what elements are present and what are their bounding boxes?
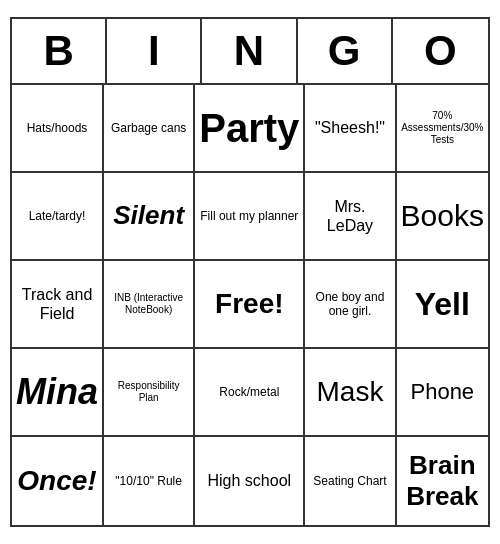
bingo-card: BINGO Hats/hoodsGarbage cansParty"Sheesh…	[10, 17, 490, 527]
cell-text-10: Track and Field	[16, 285, 98, 323]
bingo-cell-18: Mask	[305, 349, 396, 437]
bingo-cell-14: Yell	[397, 261, 488, 349]
cell-text-21: "10/10" Rule	[115, 474, 182, 488]
bingo-cell-15: Mina	[12, 349, 104, 437]
cell-text-3: "Sheesh!"	[315, 118, 385, 137]
cell-text-15: Mina	[16, 370, 98, 413]
bingo-cell-5: Late/tardy!	[12, 173, 104, 261]
cell-text-1: Garbage cans	[111, 121, 186, 135]
bingo-cell-9: Books	[397, 173, 488, 261]
bingo-grid: Hats/hoodsGarbage cansParty"Sheesh!"70% …	[12, 85, 488, 525]
bingo-cell-10: Track and Field	[12, 261, 104, 349]
bingo-cell-21: "10/10" Rule	[104, 437, 195, 525]
cell-text-17: Rock/metal	[219, 385, 279, 399]
cell-text-6: Silent	[113, 200, 184, 231]
bingo-cell-22: High school	[195, 437, 305, 525]
cell-text-11: INB (Interactive NoteBook)	[108, 292, 189, 316]
bingo-cell-2: Party	[195, 85, 305, 173]
bingo-cell-23: Seating Chart	[305, 437, 396, 525]
bingo-cell-24: Brain Break	[397, 437, 488, 525]
cell-text-2: Party	[199, 104, 299, 152]
bingo-cell-19: Phone	[397, 349, 488, 437]
cell-text-16: Responsibility Plan	[108, 380, 189, 404]
cell-text-22: High school	[208, 471, 292, 490]
bingo-cell-8: Mrs. LeDay	[305, 173, 396, 261]
header-letter-o: O	[393, 19, 488, 83]
cell-text-9: Books	[401, 198, 484, 234]
bingo-cell-12: Free!	[195, 261, 305, 349]
cell-text-4: 70% Assessments/30% Tests	[401, 110, 484, 146]
cell-text-12: Free!	[215, 287, 283, 321]
bingo-cell-1: Garbage cans	[104, 85, 195, 173]
bingo-cell-16: Responsibility Plan	[104, 349, 195, 437]
bingo-cell-4: 70% Assessments/30% Tests	[397, 85, 488, 173]
cell-text-8: Mrs. LeDay	[309, 197, 390, 235]
bingo-cell-13: One boy and one girl.	[305, 261, 396, 349]
header-letter-i: I	[107, 19, 202, 83]
cell-text-0: Hats/hoods	[27, 121, 88, 135]
bingo-cell-20: Once!	[12, 437, 104, 525]
bingo-cell-6: Silent	[104, 173, 195, 261]
cell-text-7: Fill out my planner	[200, 209, 298, 223]
cell-text-20: Once!	[17, 464, 96, 498]
bingo-cell-11: INB (Interactive NoteBook)	[104, 261, 195, 349]
header-letter-g: G	[298, 19, 393, 83]
cell-text-13: One boy and one girl.	[309, 290, 390, 319]
header-letter-b: B	[12, 19, 107, 83]
bingo-cell-7: Fill out my planner	[195, 173, 305, 261]
bingo-cell-3: "Sheesh!"	[305, 85, 396, 173]
bingo-header: BINGO	[12, 19, 488, 85]
cell-text-19: Phone	[410, 379, 474, 405]
cell-text-23: Seating Chart	[313, 474, 386, 488]
cell-text-18: Mask	[317, 375, 384, 409]
bingo-cell-0: Hats/hoods	[12, 85, 104, 173]
cell-text-14: Yell	[415, 285, 470, 323]
header-letter-n: N	[202, 19, 297, 83]
cell-text-5: Late/tardy!	[29, 209, 86, 223]
cell-text-24: Brain Break	[401, 450, 484, 512]
bingo-cell-17: Rock/metal	[195, 349, 305, 437]
